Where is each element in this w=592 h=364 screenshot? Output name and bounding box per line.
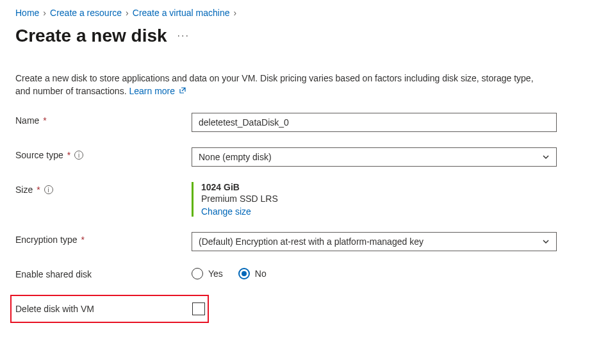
more-icon[interactable]: ··· bbox=[177, 30, 190, 42]
chevron-down-icon bbox=[542, 238, 550, 245]
chevron-right-icon: › bbox=[43, 8, 46, 18]
chevron-right-icon: › bbox=[234, 8, 237, 18]
source-type-select[interactable]: None (empty disk) bbox=[192, 147, 557, 167]
delete-with-vm-checkbox[interactable] bbox=[192, 302, 205, 315]
encryption-type-select[interactable]: (Default) Encryption at-rest with a plat… bbox=[192, 232, 557, 251]
enable-shared-radio-group: Yes No bbox=[192, 267, 557, 279]
row-source-type: Source type* i None (empty disk) bbox=[15, 147, 577, 167]
size-value: 1024 GiB bbox=[201, 182, 557, 192]
breadcrumb: Home › Create a resource › Create a virt… bbox=[15, 8, 577, 18]
radio-icon bbox=[238, 268, 250, 279]
breadcrumb-create-resource[interactable]: Create a resource bbox=[50, 8, 122, 18]
breadcrumb-home[interactable]: Home bbox=[15, 8, 39, 18]
page-title: Create a new disk bbox=[15, 26, 167, 46]
name-input[interactable] bbox=[192, 113, 557, 132]
row-enable-shared: Enable shared disk Yes No bbox=[15, 267, 577, 279]
radio-yes[interactable]: Yes bbox=[192, 268, 223, 279]
row-delete-with-vm: Delete disk with VM bbox=[10, 295, 209, 323]
radio-no[interactable]: No bbox=[238, 268, 267, 279]
row-encryption: Encryption type* (Default) Encryption at… bbox=[15, 232, 577, 251]
radio-icon bbox=[192, 268, 203, 279]
change-size-link[interactable]: Change size bbox=[201, 206, 251, 217]
row-size: Size* i 1024 GiB Premium SSD LRS Change … bbox=[15, 182, 577, 217]
label-name: Name* bbox=[15, 113, 192, 126]
info-icon[interactable]: i bbox=[44, 185, 53, 194]
info-icon[interactable]: i bbox=[74, 151, 83, 160]
chevron-right-icon: › bbox=[126, 8, 129, 18]
label-size: Size* i bbox=[15, 182, 192, 195]
learn-more-link[interactable]: Learn more bbox=[129, 86, 186, 96]
page-description: Create a new disk to store applications … bbox=[15, 72, 541, 97]
label-source-type: Source type* i bbox=[15, 147, 192, 160]
label-enable-shared: Enable shared disk bbox=[15, 267, 192, 279]
breadcrumb-create-vm[interactable]: Create a virtual machine bbox=[133, 8, 230, 18]
chevron-down-icon bbox=[542, 153, 550, 161]
external-link-icon bbox=[179, 85, 186, 97]
size-summary: 1024 GiB Premium SSD LRS Change size bbox=[192, 182, 557, 217]
label-encryption: Encryption type* bbox=[15, 232, 192, 245]
size-type: Premium SSD LRS bbox=[201, 194, 557, 204]
title-row: Create a new disk ··· bbox=[15, 26, 577, 46]
row-name: Name* bbox=[15, 113, 577, 132]
label-delete-with-vm: Delete disk with VM bbox=[15, 304, 192, 314]
